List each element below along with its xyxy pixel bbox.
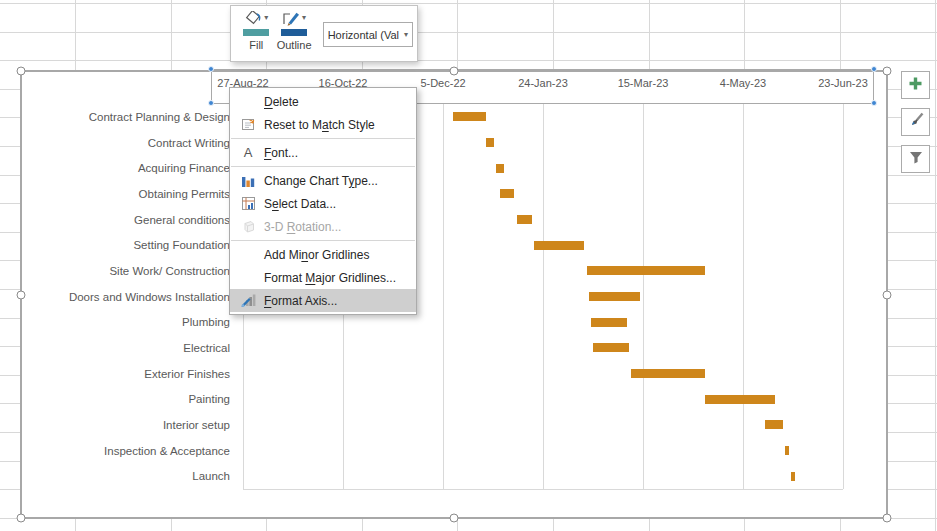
menu-item-3-d-rotation[interactable]: 3-D Rotation... bbox=[230, 215, 416, 238]
fill-button[interactable]: ▾ Fill bbox=[239, 11, 274, 51]
chart-element-dropdown[interactable]: Horizontal (Val ▾ bbox=[323, 22, 413, 47]
chart-styles-button[interactable] bbox=[901, 108, 930, 136]
plot-bottom-line bbox=[243, 489, 843, 490]
menu-item-label: Reset to Match Style bbox=[264, 118, 375, 132]
category-label[interactable]: General conditions bbox=[22, 212, 230, 228]
menu-item-format-axis[interactable]: Format Axis... bbox=[230, 289, 416, 312]
gantt-bar[interactable] bbox=[785, 446, 789, 455]
category-label[interactable]: Site Work/ Construction bbox=[22, 263, 230, 279]
category-label[interactable]: Electrical bbox=[22, 340, 230, 356]
menu-icon-spacer bbox=[236, 270, 260, 286]
fill-swatch bbox=[243, 29, 269, 36]
menu-item-label: Change Chart Type... bbox=[264, 174, 378, 188]
plus-icon bbox=[908, 76, 923, 95]
menu-item-reset-to-match-style[interactable]: Reset to Match Style bbox=[230, 113, 416, 136]
chart-resize-handle[interactable] bbox=[450, 514, 459, 523]
menu-item-change-chart-type[interactable]: Change Chart Type... bbox=[230, 169, 416, 192]
gantt-bar[interactable] bbox=[453, 112, 486, 121]
chevron-down-icon: ▾ bbox=[302, 11, 306, 25]
menu-item-label: Font... bbox=[264, 146, 298, 160]
major-gridline[interactable] bbox=[643, 104, 644, 489]
menu-separator bbox=[231, 240, 415, 241]
select-data-icon bbox=[236, 196, 260, 212]
category-label[interactable]: Obtaining Permits bbox=[22, 186, 230, 202]
chart-resize-handle[interactable] bbox=[883, 514, 892, 523]
menu-icon-spacer bbox=[236, 94, 260, 110]
paint-bucket-icon bbox=[244, 11, 263, 31]
brush-icon bbox=[908, 112, 924, 132]
outline-button-label: Outline bbox=[277, 39, 312, 51]
chart-resize-handle[interactable] bbox=[450, 67, 459, 76]
font-icon: A bbox=[236, 145, 260, 161]
axis-selection-handle[interactable] bbox=[208, 66, 214, 72]
gantt-chart[interactable]: 27-Aug-2216-Oct-225-Dec-2224-Jan-2315-Ma… bbox=[20, 70, 888, 519]
category-label[interactable]: Launch bbox=[22, 468, 230, 484]
gantt-bar[interactable] bbox=[791, 472, 795, 481]
category-label[interactable]: Acquiring Finance bbox=[22, 160, 230, 176]
major-gridline[interactable] bbox=[743, 104, 744, 489]
gantt-bar[interactable] bbox=[705, 395, 775, 404]
chart-resize-handle[interactable] bbox=[883, 291, 892, 300]
menu-item-font[interactable]: AFont... bbox=[230, 141, 416, 164]
change-chart-type-icon bbox=[236, 173, 260, 189]
chart-resize-handle[interactable] bbox=[17, 67, 26, 76]
menu-item-delete[interactable]: Delete bbox=[230, 90, 416, 113]
gantt-bar[interactable] bbox=[587, 266, 705, 275]
filter-icon bbox=[908, 150, 924, 169]
chart-resize-handle[interactable] bbox=[883, 67, 892, 76]
chevron-down-icon: ▾ bbox=[264, 11, 268, 25]
category-label[interactable]: Interior setup bbox=[22, 417, 230, 433]
menu-item-select-data[interactable]: Select Data... bbox=[230, 192, 416, 215]
fill-button-label: Fill bbox=[249, 39, 263, 51]
gantt-bar[interactable] bbox=[591, 318, 627, 327]
format-axis-icon bbox=[236, 293, 260, 309]
menu-item-format-major-gridlines[interactable]: Format Major Gridlines... bbox=[230, 266, 416, 289]
gantt-bar[interactable] bbox=[765, 420, 783, 429]
major-gridline[interactable] bbox=[843, 104, 844, 489]
gantt-bar[interactable] bbox=[486, 138, 494, 147]
menu-item-add-minor-gridlines[interactable]: Add Minor Gridlines bbox=[230, 243, 416, 266]
outline-button[interactable]: ▾ Outline bbox=[274, 11, 315, 51]
category-label[interactable]: Setting Foundation bbox=[22, 237, 230, 253]
gantt-bar[interactable] bbox=[500, 189, 514, 198]
category-label[interactable]: Exterior Finishes bbox=[22, 366, 230, 382]
gantt-bar[interactable] bbox=[593, 343, 629, 352]
x-axis-tick-label[interactable]: 24-Jan-23 bbox=[498, 76, 588, 91]
x-axis-tick-label[interactable]: 23-Jun-23 bbox=[798, 76, 888, 91]
gantt-bar[interactable] bbox=[496, 164, 504, 173]
axis-selection-handle[interactable] bbox=[208, 100, 214, 106]
mini-toolbar: ▾ Fill ▾ Outline Horizontal (Val ▾ bbox=[230, 5, 418, 62]
menu-icon-spacer bbox=[236, 247, 260, 263]
menu-item-label: Delete bbox=[264, 95, 299, 109]
reset-style-icon bbox=[236, 117, 260, 133]
x-axis-tick-label[interactable]: 15-Mar-23 bbox=[598, 76, 688, 91]
menu-item-label: Select Data... bbox=[264, 197, 336, 211]
x-axis-tick-label[interactable]: 4-May-23 bbox=[698, 76, 788, 91]
rotation-3d-icon bbox=[236, 219, 260, 235]
chart-filters-button[interactable] bbox=[901, 145, 930, 173]
major-gridline[interactable] bbox=[443, 104, 444, 489]
category-label[interactable]: Painting bbox=[22, 391, 230, 407]
gantt-bar[interactable] bbox=[631, 369, 705, 378]
category-label[interactable]: Contract Writing bbox=[22, 135, 230, 151]
chart-resize-handle[interactable] bbox=[17, 514, 26, 523]
axis-selection-handle[interactable] bbox=[871, 66, 877, 72]
menu-separator bbox=[231, 138, 415, 139]
gantt-bar[interactable] bbox=[589, 292, 640, 301]
chart-resize-handle[interactable] bbox=[17, 291, 26, 300]
menu-item-label: Format Major Gridlines... bbox=[264, 271, 396, 285]
menu-item-label: Format Axis... bbox=[264, 294, 337, 308]
chart-element-dropdown-value: Horizontal (Val bbox=[328, 29, 399, 41]
axis-selection-handle[interactable] bbox=[871, 100, 877, 106]
chart-elements-button[interactable] bbox=[901, 71, 930, 99]
category-label[interactable]: Doors and Windows Installation bbox=[22, 289, 230, 305]
category-label[interactable]: Inspection & Acceptance bbox=[22, 443, 230, 459]
menu-item-label: Add Minor Gridlines bbox=[264, 248, 369, 262]
category-label[interactable]: Plumbing bbox=[22, 314, 230, 330]
major-gridline[interactable] bbox=[543, 104, 544, 489]
gantt-bar[interactable] bbox=[534, 241, 584, 250]
outline-swatch bbox=[281, 29, 307, 36]
chevron-down-icon: ▾ bbox=[404, 30, 408, 39]
gantt-bar[interactable] bbox=[517, 215, 532, 224]
category-label[interactable]: Contract Planning & Design bbox=[22, 109, 230, 125]
